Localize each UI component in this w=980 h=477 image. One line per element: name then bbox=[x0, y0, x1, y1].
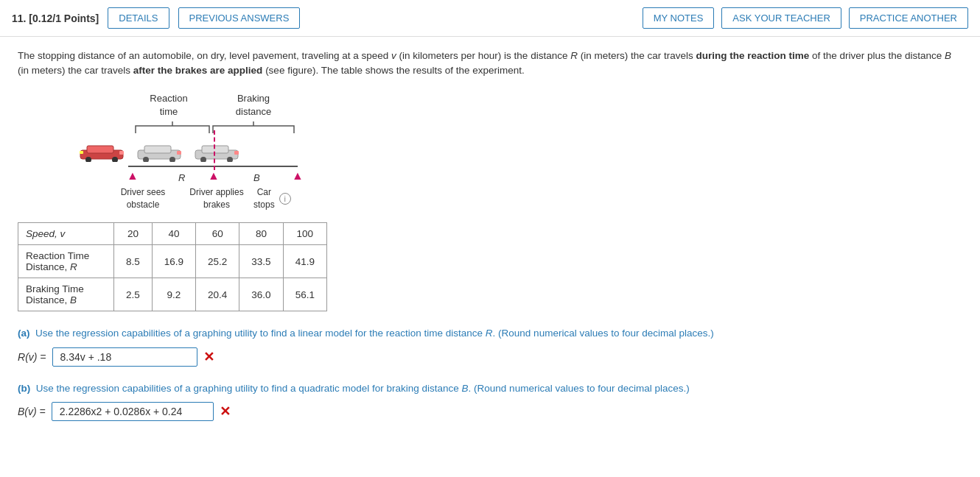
svg-rect-3 bbox=[87, 146, 113, 153]
car2-icon bbox=[134, 140, 186, 162]
braking-40: 9.2 bbox=[152, 278, 195, 311]
reaction-80: 33.5 bbox=[239, 245, 283, 278]
svg-rect-7 bbox=[80, 151, 83, 154]
part-a-prefix: R(v) = bbox=[18, 351, 46, 363]
part-b-label: (b) Use the regression capabilities of a… bbox=[18, 381, 962, 396]
svg-rect-9 bbox=[144, 146, 171, 153]
diagram: Reactiontime Brakingdistance bbox=[77, 92, 962, 211]
brace-svg bbox=[128, 120, 298, 136]
header-bar: 11. [0.12/1 Points] DETAILS PREVIOUS ANS… bbox=[0, 0, 980, 37]
part-b-incorrect-mark: ✕ bbox=[220, 403, 231, 420]
main-content: The stopping distance of an automobile, … bbox=[0, 37, 980, 448]
svg-rect-17 bbox=[234, 151, 239, 155]
table-row-braking: Braking TimeDistance, B 2.5 9.2 20.4 36.… bbox=[18, 278, 327, 311]
reaction-40: 16.9 bbox=[152, 245, 195, 278]
b-letter: B bbox=[253, 172, 260, 183]
right-buttons: MY NOTES ASK YOUR TEACHER PRACTICE ANOTH… bbox=[643, 7, 968, 29]
reaction-20: 8.5 bbox=[114, 245, 153, 278]
speed-100: 100 bbox=[283, 223, 326, 245]
braking-distance-label: Brakingdistance bbox=[209, 92, 298, 119]
part-b-answer-row: B(v) = ✕ bbox=[18, 402, 962, 421]
braking-60: 20.4 bbox=[196, 278, 239, 311]
part-a-label: (a) Use the regression capabilities of a… bbox=[18, 326, 962, 341]
my-notes-button[interactable]: MY NOTES bbox=[643, 7, 715, 29]
driver-sees-label: Driver seesobstacle bbox=[106, 186, 180, 211]
ask-teacher-button[interactable]: ASK YOUR TEACHER bbox=[721, 7, 841, 29]
part-a-section: (a) Use the regression capabilities of a… bbox=[18, 326, 962, 366]
braking-label: Braking TimeDistance, B bbox=[18, 278, 114, 311]
speed-40: 40 bbox=[152, 223, 195, 245]
part-a-incorrect-mark: ✕ bbox=[203, 349, 214, 365]
details-button[interactable]: DETAILS bbox=[108, 7, 169, 29]
table-row-reaction: Reaction TimeDistance, R 8.5 16.9 25.2 3… bbox=[18, 245, 327, 278]
braking-80: 36.0 bbox=[239, 278, 283, 311]
speed-80: 80 bbox=[239, 223, 283, 245]
reaction-60: 25.2 bbox=[196, 245, 239, 278]
part-b-section: (b) Use the regression capabilities of a… bbox=[18, 381, 962, 421]
reaction-time-label: Reactiontime bbox=[128, 92, 209, 119]
part-a-input[interactable] bbox=[52, 347, 197, 367]
practice-another-button[interactable]: PRACTICE ANOTHER bbox=[849, 7, 968, 29]
part-b-input[interactable] bbox=[52, 402, 214, 421]
arrow2-icon: ▲ bbox=[208, 170, 220, 182]
reaction-label: Reaction TimeDistance, R bbox=[18, 245, 114, 278]
svg-rect-6 bbox=[119, 151, 124, 155]
arrow3-icon: ▲ bbox=[292, 169, 304, 182]
part-a-answer-row: R(v) = ✕ bbox=[18, 347, 962, 367]
problem-text: The stopping distance of an automobile, … bbox=[18, 49, 962, 79]
r-letter: R bbox=[178, 172, 185, 183]
car1-icon bbox=[77, 140, 128, 162]
braking-20: 2.5 bbox=[114, 278, 153, 311]
table-row-header: Speed, v 20 40 60 80 100 bbox=[18, 223, 327, 245]
dashed-line bbox=[214, 130, 215, 170]
braking-100: 56.1 bbox=[283, 278, 326, 311]
info-icon[interactable]: i bbox=[279, 193, 291, 205]
car-stops-label: Carstops bbox=[253, 186, 275, 211]
speed-60: 60 bbox=[196, 223, 239, 245]
svg-rect-14 bbox=[202, 146, 228, 153]
speed-header: Speed, v bbox=[18, 223, 114, 245]
question-label: 11. [0.12/1 Points] bbox=[12, 13, 99, 24]
driver-applies-label: Driver appliesbrakes bbox=[180, 186, 253, 211]
car3-icon bbox=[192, 140, 243, 162]
part-b-prefix: B(v) = bbox=[18, 406, 46, 417]
svg-rect-12 bbox=[177, 151, 181, 155]
arrow1-icon: ▲ bbox=[127, 170, 139, 182]
previous-answers-button[interactable]: PREVIOUS ANSWERS bbox=[178, 7, 301, 29]
speed-20: 20 bbox=[114, 223, 153, 245]
reaction-100: 41.9 bbox=[283, 245, 326, 278]
data-table: Speed, v 20 40 60 80 100 Reaction TimeDi… bbox=[18, 222, 327, 311]
